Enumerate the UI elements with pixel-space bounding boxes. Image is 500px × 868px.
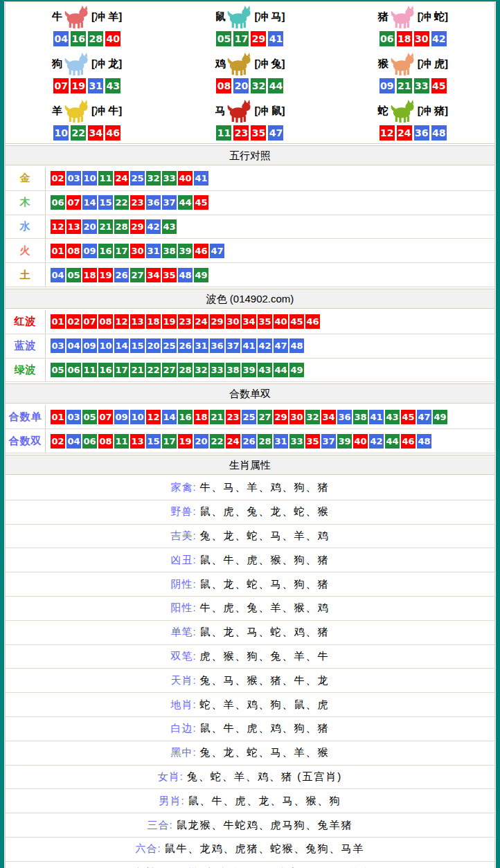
attribute-label: 野兽:: [170, 505, 196, 518]
attribute-value: 鼠、牛、虎、龙、马、猴、狗: [188, 795, 341, 808]
attribute-label: 男肖:: [159, 795, 184, 808]
number-ball: 12: [380, 125, 395, 141]
number-ball: 36: [146, 195, 161, 210]
attribute-label: 家禽:: [170, 481, 196, 494]
zodiac-cell: 狗[冲 龙]07193143: [6, 49, 168, 96]
number-list: 06071415222336374445: [46, 191, 208, 215]
number-ball: 29: [210, 314, 224, 329]
zodiac-number-row: 05172941: [216, 31, 283, 46]
five-elements-row-label: 土: [6, 263, 46, 287]
number-ball: 18: [146, 314, 161, 329]
attribute-value: 牛、虎、兔、羊、猴、鸡: [200, 602, 330, 615]
number-ball: 11: [98, 171, 113, 186]
section-header: 五行对照: [6, 145, 494, 165]
zodiac-animal-label: 猪: [378, 10, 389, 24]
number-ball: 15: [130, 338, 145, 353]
attribute-label: 阳性:: [170, 602, 196, 615]
attribute-label: 女肖:: [158, 770, 184, 784]
five-elements-row-label: 火: [6, 239, 46, 262]
attribute-value: 鼠龙猴、牛蛇鸡、虎马狗、兔羊猪: [177, 819, 353, 832]
number-list: 0102070812131819232429303435404546: [46, 310, 320, 334]
zodiac-clash-label: [冲 蛇]: [418, 10, 448, 24]
number-ball: 03: [66, 410, 81, 424]
number-ball: 21: [130, 363, 145, 377]
number-ball: 10: [53, 125, 69, 141]
number-ball: 29: [130, 219, 145, 234]
number-ball: 20: [82, 219, 97, 234]
zodiac-animal-label: 羊: [52, 105, 62, 118]
number-ball: 09: [82, 338, 97, 353]
number-ball: 33: [414, 78, 429, 93]
number-ball: 16: [71, 31, 86, 46]
five-elements-row: 木06071415222336374445: [6, 191, 494, 215]
number-ball: 28: [114, 219, 129, 234]
number-ball: 13: [66, 219, 81, 234]
number-ball: 28: [178, 363, 193, 377]
attribute-label: 三合:: [147, 819, 172, 832]
number-ball: 34: [88, 125, 103, 141]
number-ball: 43: [385, 410, 400, 424]
number-list: 02031011242532334041: [46, 167, 208, 190]
five-elements-row: 金02031011242532334041: [6, 167, 494, 191]
rooster-icon: [226, 53, 253, 76]
number-ball: 04: [66, 434, 81, 449]
number-ball: 40: [353, 434, 368, 449]
number-ball: 47: [268, 125, 283, 141]
number-ball: 41: [194, 171, 208, 186]
number-ball: 07: [66, 195, 81, 210]
number-ball: 21: [98, 219, 113, 234]
number-ball: 39: [242, 363, 256, 377]
number-ball: 41: [242, 338, 256, 353]
zodiac-number-row: 04162840: [53, 31, 120, 46]
number-ball: 49: [289, 363, 304, 377]
horse-icon: [226, 100, 253, 123]
number-ball: 42: [258, 338, 272, 353]
sections-container: 五行对照金02031011242532334041木06071415222336…: [6, 145, 494, 868]
number-ball: 40: [178, 171, 193, 186]
number-ball: 35: [251, 125, 266, 141]
attribute-value: 鼠牛、龙鸡、虎猪、蛇猴、兔狗、马羊: [165, 842, 365, 856]
number-ball: 19: [71, 78, 86, 93]
number-ball: 48: [178, 268, 193, 282]
number-ball: 18: [194, 410, 208, 424]
number-ball: 44: [274, 363, 288, 377]
attribute-label: 阴性:: [170, 578, 196, 591]
number-ball: 34: [321, 410, 336, 424]
zodiac-cell: 鸡[冲 兔]08203244: [168, 49, 331, 96]
number-ball: 17: [114, 363, 129, 377]
goat-icon: [64, 100, 90, 123]
attribute-label: 吉美:: [170, 530, 196, 543]
number-ball: 27: [130, 268, 145, 282]
number-ball: 27: [258, 410, 272, 424]
number-ball: 07: [98, 410, 113, 424]
five-elements-row: 土04051819262734354849: [6, 263, 494, 287]
number-ball: 37: [321, 434, 336, 449]
number-ball: 08: [66, 244, 81, 258]
dog-icon: [64, 53, 90, 76]
lottery-reference-page: 牛[冲 羊]04162840鼠[冲 马]05172941猪[冲 蛇]061830…: [0, 0, 500, 868]
zodiac-name-row: 狗[冲 龙]: [52, 53, 122, 76]
zodiac-animal-label: 猴: [378, 57, 389, 71]
sum-parity-row: 合数单0103050709101214161821232527293032343…: [6, 405, 494, 429]
number-ball: 05: [51, 363, 65, 377]
number-ball: 47: [417, 410, 431, 424]
zodiac-animal-label: 马: [215, 105, 225, 118]
number-ball: 44: [178, 195, 193, 210]
number-ball: 45: [194, 195, 208, 210]
number-ball: 41: [268, 31, 283, 46]
number-ball: 42: [146, 219, 161, 234]
number-ball: 26: [242, 434, 256, 449]
number-ball: 26: [178, 338, 193, 353]
number-ball: 33: [210, 363, 224, 377]
zodiac-name-row: 鼠[冲 马]: [215, 6, 285, 29]
attribute-row: 男肖:鼠、牛、虎、龙、马、猴、狗: [6, 789, 494, 813]
number-ball: 48: [431, 125, 447, 141]
number-ball: 06: [82, 434, 97, 449]
attribute-row: 三合:鼠龙猴、牛蛇鸡、虎马狗、兔羊猪: [6, 813, 494, 838]
number-ball: 35: [258, 314, 272, 329]
zodiac-animal-label: 蛇: [378, 105, 389, 118]
attribute-value: 兔、龙、蛇、马、羊、猴: [200, 746, 330, 759]
number-ball: 25: [242, 410, 256, 424]
zodiac-animal-label: 鸡: [215, 57, 225, 71]
number-ball: 17: [162, 434, 177, 449]
